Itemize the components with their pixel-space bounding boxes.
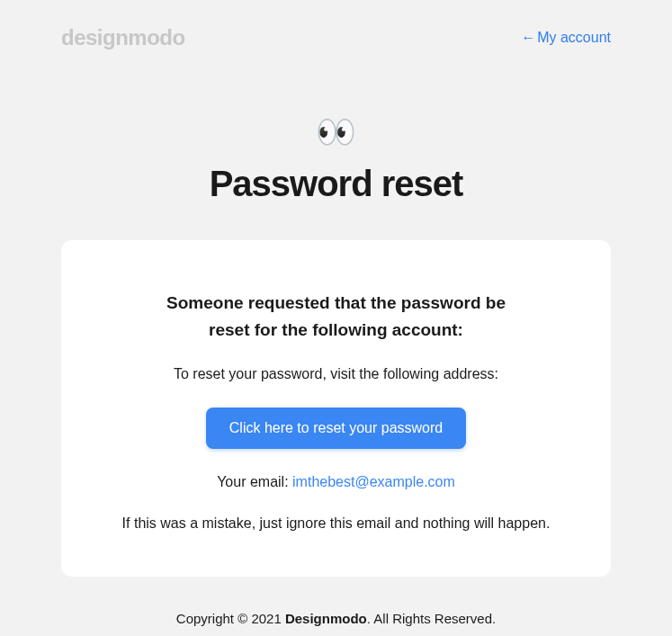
reset-password-button[interactable]: Click here to reset your password (206, 408, 466, 449)
card-instruction: To reset your password, visit the follow… (97, 366, 575, 382)
email-line: Your email: imthebest@example.com (97, 474, 575, 490)
arrow-left-icon: ← (521, 30, 535, 45)
footer-prefix: Copyright © 2021 (176, 611, 285, 626)
card-heading: Someone requested that the password be r… (97, 290, 575, 345)
hero-section: 👀 Password reset (61, 113, 611, 204)
eyes-icon: 👀 (61, 113, 611, 151)
footer: Copyright © 2021 Designmodo. All Rights … (61, 611, 611, 626)
email-prefix: Your email: (217, 474, 292, 489)
email-link[interactable]: imthebest@example.com (292, 474, 455, 489)
my-account-label: My account (537, 30, 611, 45)
content-card: Someone requested that the password be r… (61, 240, 611, 577)
my-account-link[interactable]: ←My account (521, 30, 611, 46)
header: designmodo ←My account (61, 25, 611, 50)
mistake-text: If this was a mistake, just ignore this … (97, 515, 575, 532)
footer-brand: Designmodo (285, 611, 367, 626)
card-heading-line1: Someone requested that the password be (166, 293, 506, 312)
page-title: Password reset (61, 164, 611, 204)
card-heading-line2: reset for the following account: (209, 320, 463, 339)
logo: designmodo (61, 25, 185, 50)
footer-suffix: . All Rights Reserved. (367, 611, 496, 626)
email-container: designmodo ←My account 👀 Password reset … (0, 0, 672, 626)
